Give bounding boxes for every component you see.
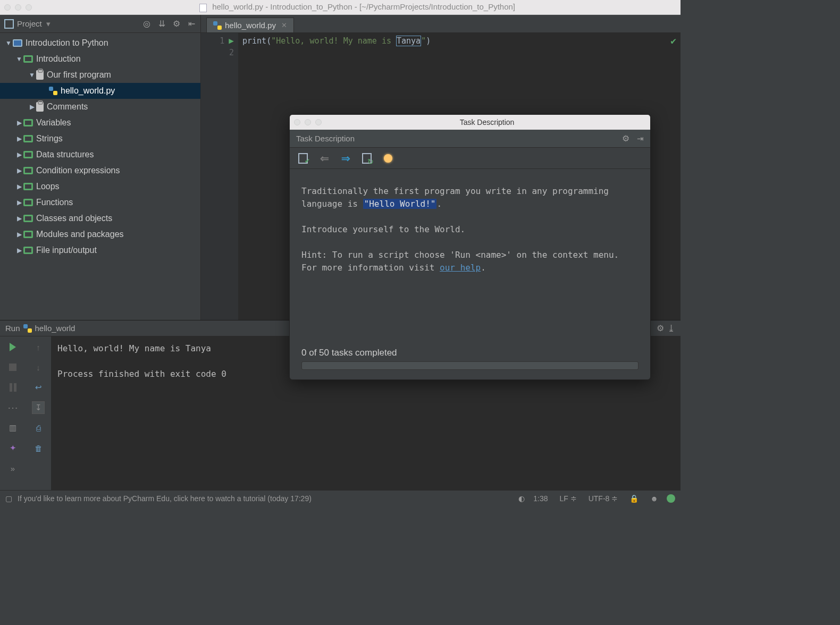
download-icon[interactable]: ⤓ [667,323,675,334]
next-task-icon[interactable]: ⇒ [340,153,351,164]
tree-first-program[interactable]: ▼Our first program [0,67,200,83]
target-icon[interactable]: ◎ [142,19,152,29]
scroll-to-end-icon[interactable]: ↧ [32,401,45,414]
collapse-icon[interactable]: ⇊ [157,19,166,29]
code-token: "Hello, world! My name is [271,36,396,46]
task-panel-header[interactable]: Task Description ⚙ ⇥ [290,130,650,148]
minimize-dot[interactable] [305,119,311,125]
up-arrow-icon[interactable]: ↑ [32,341,45,353]
tree-modules[interactable]: ▶Modules and packages [0,226,200,242]
hint-bulb-icon[interactable] [382,153,394,164]
tree-label: Modules and packages [36,230,124,239]
task-panel-label: Task Description [296,134,355,143]
tree-label: hello_world.py [61,86,115,96]
project-tree[interactable]: ▼Introduction to Python ▼Introduction ▼O… [0,33,200,260]
project-sidebar[interactable]: ▼Introduction to Python ▼Introduction ▼O… [0,33,201,320]
task-paragraph: Traditionally the first program you writ… [301,185,639,210]
pause-button[interactable] [6,381,19,394]
file-encoding[interactable]: UTF-8 ≑ [585,494,621,503]
run-tab-label: Run [5,324,20,333]
run-button[interactable] [6,341,19,353]
help-link[interactable]: our help [440,263,481,273]
run-toolbar-secondary: ↑ ↓ ↩ ↧ ⎙ 🗑 [26,336,51,490]
file-tab-label: hello_world.py [225,21,276,30]
tool-row: Project ▾ ◎ ⇊ ⚙ ⇤ hello_world.py ✕ [0,15,681,33]
lesson-icon [23,167,33,174]
code-line-1[interactable]: print("Hello, world! My name is Tanya") [242,35,676,47]
tree-condition[interactable]: ▶Condition expressions [0,163,200,179]
cursor-position[interactable]: 1:38 [530,494,551,503]
tree-root-label: Introduction to Python [26,38,108,48]
close-icon[interactable]: ✕ [281,21,287,29]
soft-wrap-icon[interactable]: ↩ [32,381,45,394]
show-tool-windows-icon[interactable]: ▢ [5,494,12,503]
task-body[interactable]: Traditionally the first program you writ… [290,169,650,343]
tree-strings[interactable]: ▶Strings [0,131,200,147]
task-window-controls[interactable] [294,119,322,125]
minimize-dot[interactable] [15,4,21,11]
reset-task-icon[interactable] [361,153,373,164]
prev-task-icon[interactable]: ⇐ [318,153,330,164]
close-dot[interactable] [4,4,11,11]
project-label: Project [17,19,42,28]
editor-gutter[interactable]: 1▶ 2 [201,33,238,320]
readonly-icon[interactable]: 🔒 [626,494,642,503]
titlebar[interactable]: hello_world.py - Introduction_to_Python … [0,0,681,15]
layout-icon[interactable]: ▥ [6,421,19,434]
file-tab-hello-world[interactable]: hello_world.py ✕ [206,18,294,32]
trash-icon[interactable]: 🗑 [32,442,45,454]
more-icon[interactable] [6,401,19,414]
tree-functions[interactable]: ▶Functions [0,195,200,210]
lesson-icon [23,199,33,206]
print-icon[interactable]: ⎙ [32,421,45,434]
inspection-ok-icon[interactable]: ✔ [670,35,676,47]
lesson-icon [23,183,33,190]
tree-label: Variables [36,118,71,128]
tree-data-structures[interactable]: ▶Data structures [0,147,200,163]
tree-fileio[interactable]: ▶File input/output [0,242,200,258]
run-toolbar-left: ▥ ✦ » [0,336,26,490]
run-config-name: hello_world [35,324,75,333]
gear-icon[interactable]: ⚙ [657,323,664,333]
lesson-icon [23,247,33,254]
status-bar[interactable]: ▢ If you'd like to learn more about PyCh… [0,490,681,506]
project-tool-header[interactable]: Project ▾ ◎ ⇊ ⚙ ⇤ [0,15,201,32]
task-toolbar: ⇐ ⇒ [290,148,650,169]
task-titlebar[interactable]: Task Description [290,115,650,130]
status-message[interactable]: If you'd like to learn more about PyChar… [18,494,513,503]
chevron-down-icon[interactable]: ▾ [46,19,51,29]
zoom-dot[interactable] [315,119,322,125]
close-dot[interactable] [294,119,300,125]
progress-icon[interactable]: ◐ [518,494,525,503]
editor-tabs: hello_world.py ✕ [201,15,681,32]
line-number: 2 [229,48,234,57]
run-line-icon[interactable]: ▶ [229,35,234,47]
gear-icon[interactable]: ⚙ [172,19,181,29]
zoom-dot[interactable] [26,4,32,11]
gear-icon[interactable]: ⚙ [622,133,629,143]
task-paragraph: For more information visit our help. [301,261,639,274]
tree-introduction[interactable]: ▼Introduction [0,51,200,67]
status-ok-icon[interactable] [667,494,675,503]
tree-root[interactable]: ▼Introduction to Python [0,35,200,51]
task-description-window[interactable]: Task Description Task Description ⚙ ⇥ ⇐ … [289,114,651,380]
python-file-icon [49,87,57,95]
inspector-icon[interactable]: ☻ [647,494,661,503]
stop-button[interactable] [6,361,19,374]
hide-icon[interactable]: ⇤ [187,19,196,29]
line-separator[interactable]: LF ≑ [556,494,579,503]
check-task-icon[interactable] [297,153,309,164]
dock-icon[interactable]: ⇥ [637,134,644,143]
tree-variables[interactable]: ▶Variables [0,115,200,131]
tree-classes[interactable]: ▶Classes and objects [0,210,200,226]
down-arrow-icon[interactable]: ↓ [32,361,45,374]
tree-hello-world-file[interactable]: hello_world.py [0,83,200,99]
window-title: hello_world.py - Introduction_to_Python … [38,2,676,12]
lesson-icon [23,55,33,63]
pin-icon[interactable]: ✦ [6,442,19,454]
expand-icon[interactable]: » [6,462,19,475]
tree-loops[interactable]: ▶Loops [0,179,200,195]
tree-comments[interactable]: ▶Comments [0,99,200,115]
window-controls[interactable] [4,4,32,11]
code-placeholder[interactable]: Tanya [396,36,421,46]
